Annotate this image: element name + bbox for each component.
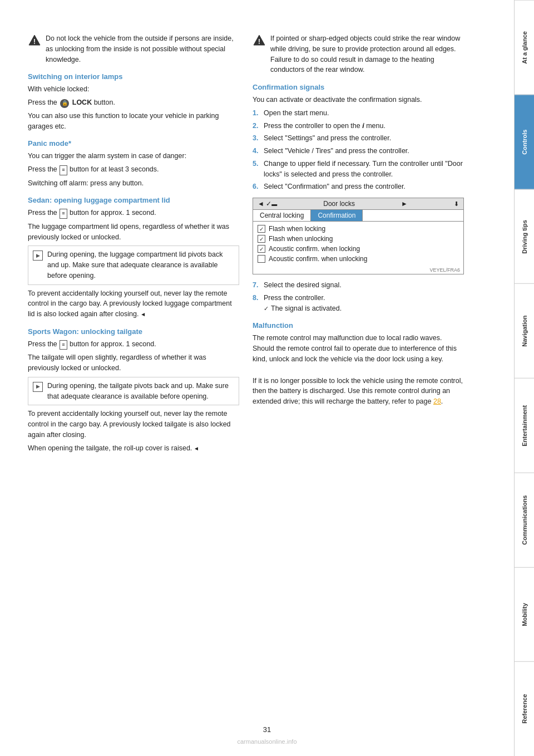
sedan-note: During opening, the luggage compartment … bbox=[28, 246, 239, 284]
item-acoustic-locking: ✓ Acoustic confirm. when locking bbox=[258, 244, 459, 254]
back-arrow-2: ◄ bbox=[192, 445, 199, 451]
remote-icon-3: ≡ bbox=[60, 340, 67, 350]
page-link-28[interactable]: 28 bbox=[433, 397, 441, 405]
panic-p2: Press the ≡ button for at least 3 second… bbox=[28, 164, 239, 175]
confirmation-steps: 1. Open the start menu. 2. Press the con… bbox=[253, 108, 464, 192]
wagon-note: During opening, the tailgate pivots back… bbox=[28, 377, 239, 406]
section-heading-confirmation: Confirmation signals bbox=[253, 83, 464, 91]
step-4: 4. Select "Vehicle / Tires" and press th… bbox=[253, 146, 464, 156]
vw-label: VEYEL/FRA6 bbox=[253, 266, 463, 274]
sedan-p3: To prevent accidentally locking yourself… bbox=[28, 288, 239, 320]
sidebar-tab-communications[interactable]: Communications bbox=[515, 473, 534, 567]
section-heading-sedan: Sedan: opening luggage compartment lid bbox=[28, 196, 239, 204]
step-7: 7. Select the desired signal. bbox=[253, 280, 464, 291]
note-play-icon-2 bbox=[33, 382, 43, 392]
step-1: 1. Open the start menu. bbox=[253, 108, 464, 119]
panic-p3: Switching off alarm: press any button. bbox=[28, 178, 239, 189]
panic-p1: You can trigger the alarm system in case… bbox=[28, 151, 239, 161]
remote-icon-2: ≡ bbox=[60, 209, 67, 219]
door-locks-tabs: Central locking Confirmation bbox=[253, 210, 463, 222]
step-2: 2. Press the controller to open the i me… bbox=[253, 121, 464, 131]
steps-7-8: 7. Select the desired signal. 8. Press t… bbox=[253, 280, 464, 313]
wagon-p4: When opening the tailgate, the roll-up c… bbox=[28, 443, 239, 454]
step-3: 3. Select "Settings" and press the contr… bbox=[253, 133, 464, 144]
checkbox-flash-locking[interactable]: ✓ bbox=[258, 225, 265, 233]
header-right-arrow: ► bbox=[401, 200, 408, 208]
step-8: 8. Press the controller. ✓ The signal is… bbox=[253, 293, 464, 314]
malfunction-p2: If it is no longer possible to lock the … bbox=[253, 376, 464, 407]
back-arrow-1: ◄ bbox=[139, 311, 146, 317]
step-5: 5. Change to upper field if necessary. T… bbox=[253, 159, 464, 180]
door-locks-widget: ◄ ✓▬ Door locks ► ⬇ Central locking Conf… bbox=[253, 198, 464, 274]
wagon-p3: To prevent accidentally locking yourself… bbox=[28, 409, 239, 440]
header-left-arrow: ◄ ✓▬ bbox=[258, 200, 277, 208]
sidebar-tab-driving-tips[interactable]: Driving tips bbox=[515, 189, 534, 284]
section-heading-wagon: Sports Wagon: unlocking tailgate bbox=[28, 327, 239, 336]
malfunction-p1: The remote control may malfunction due t… bbox=[253, 333, 464, 364]
item-flash-locking: ✓ Flash when locking bbox=[258, 224, 459, 234]
sidebar-tab-mobility[interactable]: Mobility bbox=[515, 567, 534, 662]
checkbox-acoustic-locking[interactable]: ✓ bbox=[258, 245, 265, 253]
main-content: ! Do not lock the vehicle from the outsi… bbox=[0, 0, 514, 756]
checkmark-icon: ✓ bbox=[264, 304, 269, 313]
door-locks-title: Door locks bbox=[323, 200, 355, 208]
door-locks-header: ◄ ✓▬ Door locks ► ⬇ bbox=[253, 198, 463, 210]
tab-central-locking[interactable]: Central locking bbox=[253, 210, 311, 221]
checkbox-acoustic-unlocking[interactable] bbox=[258, 255, 265, 263]
sidebar-tab-controls[interactable]: Controls bbox=[515, 95, 534, 189]
confirmation-intro: You can activate or deactivate the confi… bbox=[253, 95, 464, 105]
warning1-text: Do not lock the vehicle from the outside… bbox=[46, 33, 239, 65]
warning-block-1: ! Do not lock the vehicle from the outsi… bbox=[28, 33, 239, 65]
sidebar-tab-navigation[interactable]: Navigation bbox=[515, 283, 534, 378]
svg-text:!: ! bbox=[258, 38, 260, 46]
sedan-note-text: During opening, the luggage compartment … bbox=[47, 249, 234, 281]
checkbox-flash-unlocking[interactable]: ✓ bbox=[258, 235, 265, 243]
sedan-p1: Press the ≡ button for approx. 1 second. bbox=[28, 208, 239, 219]
step-6: 6. Select "Confirmation" and press the c… bbox=[253, 181, 464, 192]
remote-icon: ≡ bbox=[60, 165, 67, 175]
warning-triangle-icon-2: ! bbox=[253, 34, 266, 46]
sedan-p2: The luggage compartment lid opens, regar… bbox=[28, 222, 239, 243]
warning-triangle-icon: ! bbox=[28, 34, 41, 46]
wagon-note-text: During opening, the tailgate pivots back… bbox=[47, 381, 234, 402]
item-acoustic-unlocking: Acoustic confirm. when unlocking bbox=[258, 254, 459, 264]
tab-confirmation[interactable]: Confirmation bbox=[311, 210, 363, 221]
section-heading-malfunction: Malfunction bbox=[253, 321, 464, 330]
door-locks-items: ✓ Flash when locking ✓ Flash when unlock… bbox=[253, 222, 463, 266]
activated-text: The signal is activated. bbox=[271, 303, 342, 314]
warning-block-right: ! If pointed or sharp-edged objects coul… bbox=[253, 33, 464, 75]
warning-right-text: If pointed or sharp-edged objects could … bbox=[270, 33, 464, 75]
note-play-icon bbox=[33, 251, 43, 261]
page-number: 31 bbox=[263, 725, 271, 734]
sidebar-tab-entertainment[interactable]: Entertainment bbox=[515, 378, 534, 473]
sidebar-tab-at-a-glance[interactable]: At a glance bbox=[515, 0, 534, 95]
lamps-p3: You can also use this function to locate… bbox=[28, 111, 239, 132]
page-container: ! Do not lock the vehicle from the outsi… bbox=[0, 0, 534, 756]
wagon-p1: Press the ≡ button for approx. 1 second. bbox=[28, 339, 239, 350]
svg-text:!: ! bbox=[33, 38, 36, 46]
sidebar: At a glance Controls Driving tips Naviga… bbox=[514, 0, 534, 756]
left-column: ! Do not lock the vehicle from the outsi… bbox=[28, 33, 239, 723]
lamps-p2: Press the 🔒 LOCK button. bbox=[28, 97, 239, 108]
header-icon: ⬇ bbox=[454, 200, 459, 208]
section-heading-panic: Panic mode* bbox=[28, 139, 239, 148]
section-heading-lamps: Switching on interior lamps bbox=[28, 72, 239, 81]
lock-icon: 🔒 bbox=[60, 99, 69, 108]
wagon-p2: The tailgate will open slightly, regardl… bbox=[28, 352, 239, 374]
watermark: carmanualsonline.info bbox=[0, 738, 534, 745]
right-column: ! If pointed or sharp-edged objects coul… bbox=[253, 33, 464, 723]
lamps-p1: With vehicle locked: bbox=[28, 84, 239, 95]
item-flash-unlocking: ✓ Flash when unlocking bbox=[258, 234, 459, 244]
